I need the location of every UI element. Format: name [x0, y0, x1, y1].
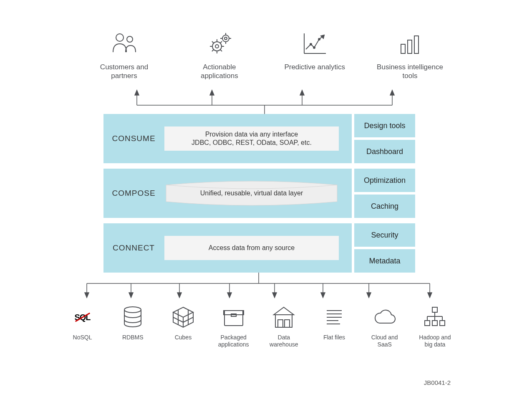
consumer-label: Customers andpartners	[100, 63, 148, 81]
source-label: Cloud andSaaS	[371, 334, 398, 348]
row-compose: COMPOSE Unified, reusable, virtual data …	[103, 169, 414, 218]
svg-marker-63	[274, 307, 294, 315]
consumer-label: Predictive analytics	[284, 63, 345, 71]
consume-line1: Provision data via any interface	[205, 130, 298, 139]
side-optimization: Optimization	[354, 169, 415, 192]
svg-point-2	[212, 42, 222, 51]
hadoop-icon	[422, 305, 447, 330]
svg-point-12	[222, 35, 229, 42]
svg-rect-65	[278, 320, 283, 327]
packaged-icon	[221, 305, 246, 330]
row-consume-panel: CONSUME Provision data via any interface…	[103, 114, 352, 163]
bottom-arrows	[67, 273, 451, 300]
svg-marker-34	[390, 90, 394, 95]
source-label: NoSQL	[73, 334, 92, 341]
svg-point-53	[124, 307, 141, 313]
compose-line1: Unified, reusable, virtual data layer	[200, 190, 303, 197]
svg-line-10	[212, 50, 214, 51]
svg-rect-75	[440, 321, 445, 326]
consumer-bi: Business intelligencetools	[367, 29, 453, 81]
chart-icon	[300, 29, 329, 58]
svg-marker-50	[367, 293, 371, 298]
compose-disc: Unified, reusable, virtual data layer	[164, 180, 339, 207]
source-label: Datawarehouse	[270, 334, 298, 348]
connect-inner-box: Access data from any source	[164, 236, 339, 260]
row-compose-body: Unified, reusable, virtual data layer	[164, 180, 352, 207]
svg-rect-72	[432, 307, 437, 312]
side-design-tools: Design tools	[354, 114, 415, 137]
svg-point-1	[127, 36, 133, 42]
svg-line-9	[220, 50, 222, 51]
top-arrows	[119, 88, 410, 116]
connect-line1: Access data from any source	[209, 244, 295, 252]
svg-rect-74	[432, 321, 437, 326]
row-connect-body: Access data from any source	[164, 236, 352, 260]
cube-icon	[171, 305, 196, 330]
consumer-customers: Customers andpartners	[81, 29, 167, 81]
svg-point-13	[224, 37, 227, 40]
sources-row: SQL NoSQL RDBMS	[58, 305, 459, 348]
row-compose-panel: COMPOSE Unified, reusable, virtual data …	[103, 169, 352, 218]
svg-point-0	[116, 34, 124, 41]
svg-marker-32	[210, 90, 214, 95]
svg-line-8	[212, 41, 214, 43]
row-consume-label: CONSUME	[103, 134, 164, 143]
consumer-label: Business intelligencetools	[377, 63, 443, 81]
source-label: Packagedapplications	[218, 334, 249, 348]
side-security: Security	[354, 223, 415, 247]
source-nosql: SQL NoSQL	[58, 305, 106, 348]
db-icon	[120, 305, 145, 330]
warehouse-icon	[271, 305, 296, 330]
consumer-label: Actionableapplications	[201, 63, 238, 81]
people-icon	[110, 29, 139, 58]
row-connect-panel: CONNECT Access data from any source	[103, 223, 352, 273]
files-icon	[322, 305, 347, 330]
side-caching: Caching	[354, 195, 415, 218]
svg-marker-54	[173, 307, 193, 317]
svg-marker-44	[227, 293, 232, 298]
svg-point-20	[313, 47, 315, 48]
svg-rect-24	[414, 36, 419, 53]
consume-inner-box: Provision data via any interface JDBC, O…	[164, 126, 339, 151]
source-packaged: Packagedapplications	[209, 305, 257, 348]
connect-side: Security Metadata	[354, 223, 415, 273]
svg-rect-60	[224, 311, 243, 326]
side-metadata: Metadata	[354, 249, 415, 273]
nosql-icon: SQL	[70, 305, 95, 330]
diagram-stage: Customers andpartners Actionableapplicat…	[0, 0, 532, 407]
compose-side: Optimization Caching	[354, 169, 415, 218]
cloud-icon	[372, 305, 397, 330]
source-flatfiles: Flat files	[310, 305, 358, 348]
source-hadoop: Hadoop andbig data	[411, 305, 459, 348]
svg-rect-23	[408, 40, 412, 53]
row-consume-body: Provision data via any interface JDBC, O…	[164, 126, 352, 151]
consume-side: Design tools Dashboard	[354, 114, 415, 163]
row-consume: CONSUME Provision data via any interface…	[103, 114, 414, 163]
row-connect: CONNECT Access data from any source Secu…	[103, 223, 414, 273]
svg-point-19	[310, 43, 312, 45]
svg-rect-66	[285, 320, 290, 327]
side-dashboard: Dashboard	[354, 140, 415, 163]
svg-rect-22	[401, 44, 405, 53]
svg-marker-33	[300, 90, 304, 95]
source-label: Flat files	[323, 334, 345, 341]
svg-point-21	[318, 38, 320, 40]
source-label: Cubes	[175, 334, 192, 341]
svg-rect-73	[425, 321, 430, 326]
svg-marker-52	[428, 293, 432, 298]
consume-line2: JDBC, ODBC, REST, OData, SOAP, etc.	[192, 139, 312, 147]
source-warehouse: Datawarehouse	[260, 305, 308, 348]
svg-marker-42	[177, 293, 182, 298]
svg-marker-40	[129, 293, 133, 298]
svg-point-3	[215, 45, 219, 48]
svg-marker-48	[321, 293, 325, 298]
consumers-row: Customers andpartners Actionableapplicat…	[81, 29, 453, 81]
row-compose-label: COMPOSE	[103, 189, 164, 198]
source-label: RDBMS	[122, 334, 144, 341]
gear-icon	[205, 29, 234, 58]
source-cloud: Cloud andSaaS	[361, 305, 408, 348]
svg-line-11	[220, 41, 222, 43]
main-layers: CONSUME Provision data via any interface…	[103, 114, 414, 273]
svg-marker-38	[85, 293, 89, 298]
source-rdbms: RDBMS	[109, 305, 157, 348]
